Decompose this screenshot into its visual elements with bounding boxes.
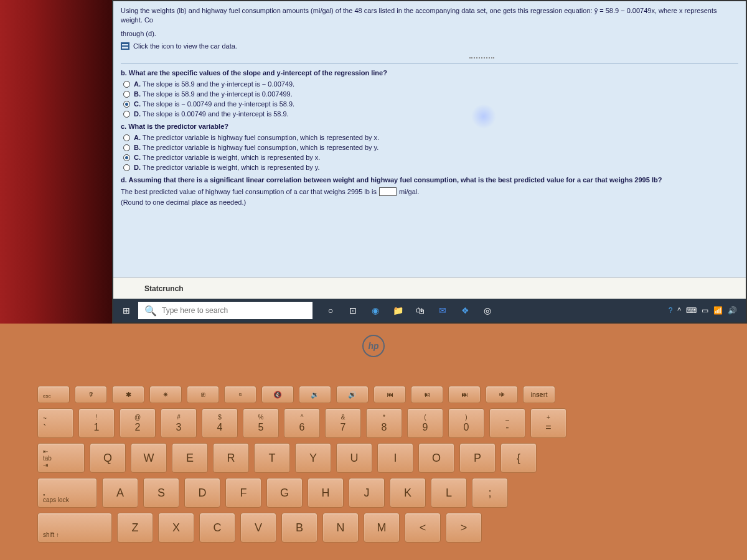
- key-backtick: ~`: [37, 408, 73, 438]
- key-9: (9: [407, 408, 443, 438]
- radio-b-a[interactable]: [123, 81, 130, 88]
- key-c: C: [199, 513, 235, 543]
- key-m: M: [364, 513, 400, 543]
- key-;: ;: [472, 478, 508, 508]
- key-q: Q: [90, 443, 126, 473]
- key-2: @2: [120, 408, 156, 438]
- key-w: W: [131, 443, 167, 473]
- key-f5: f5: [224, 386, 256, 403]
- key-f13: f13insert: [523, 386, 555, 403]
- radio-c-b[interactable]: [123, 144, 130, 151]
- radio-c-d[interactable]: [123, 164, 130, 171]
- key-g: G: [266, 478, 303, 508]
- radio-b-b[interactable]: [123, 91, 130, 98]
- battery-icon[interactable]: ▭: [702, 306, 708, 315]
- key-j: J: [349, 478, 385, 508]
- key-a: A: [102, 478, 138, 508]
- question-b-label: b. What are the specific values of the s…: [121, 69, 738, 77]
- key-x: X: [158, 513, 194, 543]
- key->: >: [446, 513, 482, 543]
- system-tray[interactable]: ? ^ ⌨ ▭ 📶 🔊: [669, 306, 742, 315]
- key-f: F: [225, 478, 261, 508]
- fill-suffix: mi/gal.: [399, 188, 419, 195]
- key-tab: ⇤ tab ⇥: [37, 443, 85, 473]
- hp-logo: hp: [362, 335, 385, 357]
- key-esc: esc: [37, 386, 70, 403]
- search-icon: 🔍: [144, 305, 157, 317]
- dropbox-icon[interactable]: ❖: [454, 302, 476, 319]
- question-c-label: c. What is the predictor variable?: [121, 123, 738, 130]
- search-box[interactable]: 🔍: [138, 302, 312, 319]
- wifi-icon[interactable]: 📶: [713, 306, 723, 315]
- key-b: B: [281, 513, 317, 543]
- key-d: D: [184, 478, 220, 508]
- radio-b-c[interactable]: [123, 101, 130, 108]
- key-=: +=: [530, 408, 566, 438]
- key-f12: f12✈: [486, 386, 518, 403]
- key-n: N: [322, 513, 359, 543]
- key-f10: f10⏯: [411, 386, 443, 403]
- task-view-icon[interactable]: ⊡: [342, 302, 364, 319]
- key-6: ^6: [284, 408, 320, 438]
- problem-intro: Using the weights (lb) and highway fuel …: [121, 6, 738, 26]
- help-icon[interactable]: ?: [669, 306, 673, 315]
- key-z: Z: [117, 513, 153, 543]
- key-1: !1: [78, 408, 115, 438]
- radio-b-d[interactable]: [123, 111, 130, 118]
- key-f1: f1?: [75, 386, 107, 403]
- app-icon[interactable]: ◎: [477, 302, 498, 319]
- key-caps-lock: ● caps lock: [37, 478, 97, 508]
- key-f2: f2✱: [112, 386, 144, 403]
- taskbar: ⊞ 🔍 ○ ⊡ ◉ 📁 🛍 ✉ ❖ ◎ ? ^ ⌨ ▭ 📶 🔊: [113, 299, 746, 322]
- question-d-label: d. Assuming that there is a significant …: [121, 176, 738, 184]
- key-r: R: [213, 443, 249, 473]
- problem-intro-2: through (d).: [121, 29, 738, 39]
- key-shift: shift ↑: [37, 513, 112, 543]
- radio-c-a[interactable]: [123, 134, 130, 141]
- key-f11: f11⏭: [448, 386, 481, 403]
- fill-prefix: The best predicted value of highway fuel…: [121, 188, 377, 195]
- key-f4: f4⎚: [187, 386, 219, 403]
- key-o: O: [418, 443, 454, 473]
- keyboard-icon[interactable]: ⌨: [686, 306, 697, 315]
- key-{: {: [500, 443, 537, 473]
- round-note: (Round to one decimal place as needed.): [121, 198, 738, 206]
- key-t: T: [254, 443, 290, 473]
- radio-c-c[interactable]: [123, 154, 130, 161]
- key-<: <: [405, 513, 441, 543]
- physical-keyboard: esc f1?f2✱f3☀f4⎚f5f6🔇f7🔉f8🔊f9⏮f10⏯f11⏭f1…: [37, 386, 741, 543]
- windows-start-icon[interactable]: ⊞: [117, 302, 136, 319]
- key-5: %5: [243, 408, 279, 438]
- key-4: $4: [202, 408, 238, 438]
- answer-input[interactable]: [379, 187, 397, 196]
- key-s: S: [143, 478, 179, 508]
- key-f8: f8🔊: [336, 386, 369, 403]
- chevron-up-icon[interactable]: ^: [677, 306, 681, 315]
- key-l: L: [431, 478, 467, 508]
- key-u: U: [336, 443, 372, 473]
- search-input[interactable]: [162, 306, 306, 315]
- mail-icon[interactable]: ✉: [432, 302, 453, 319]
- key-7: &7: [325, 408, 361, 438]
- edge-icon[interactable]: ◉: [365, 302, 386, 319]
- key-k: K: [390, 478, 426, 508]
- key-i: I: [377, 443, 413, 473]
- store-icon[interactable]: 🛍: [410, 302, 431, 319]
- volume-icon[interactable]: 🔊: [728, 306, 737, 315]
- cortana-icon[interactable]: ○: [320, 302, 341, 319]
- key-0: )0: [448, 408, 484, 438]
- key-f3: f3☀: [149, 386, 182, 403]
- statcrunch-button[interactable]: Statcrunch: [144, 284, 184, 293]
- key-f6: f6🔇: [261, 386, 294, 403]
- key-v: V: [240, 513, 276, 543]
- view-data-link[interactable]: Click the icon to view the car data.: [133, 42, 237, 50]
- key-3: #3: [161, 408, 197, 438]
- key-8: *8: [366, 408, 402, 438]
- key--: _-: [489, 408, 525, 438]
- explorer-icon[interactable]: 📁: [387, 302, 408, 319]
- key-f7: f7🔉: [299, 386, 331, 403]
- key-p: P: [459, 443, 496, 473]
- key-e: E: [172, 443, 208, 473]
- key-y: Y: [295, 443, 331, 473]
- table-icon[interactable]: [121, 42, 129, 50]
